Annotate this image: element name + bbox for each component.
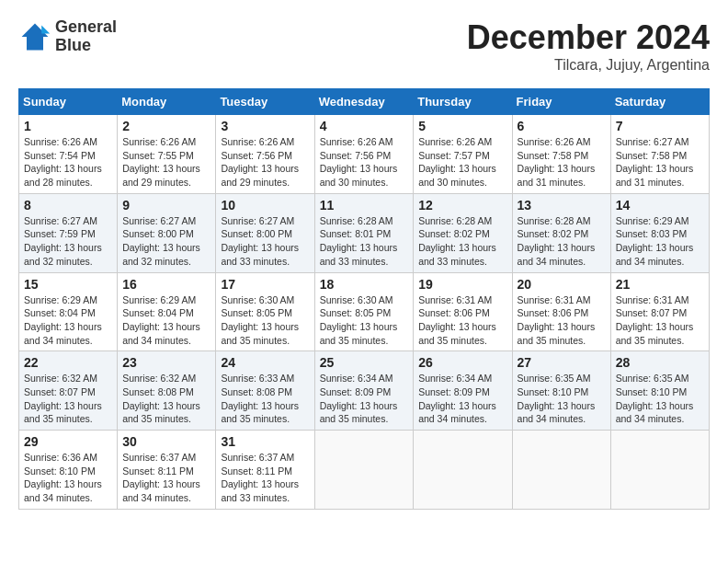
day-detail: Sunrise: 6:29 AM Sunset: 8:03 PM Dayligh… [616,214,704,269]
day-detail: Sunrise: 6:34 AM Sunset: 8:09 PM Dayligh… [418,372,506,426]
day-detail: Sunrise: 6:34 AM Sunset: 8:09 PM Dayligh… [320,372,409,426]
calendar-cell: 15Sunrise: 6:29 AM Sunset: 8:04 PM Dayli… [19,272,118,351]
day-number: 28 [616,355,704,370]
day-number: 2 [122,119,210,133]
calendar-cell: 12Sunrise: 6:28 AM Sunset: 8:02 PM Dayli… [414,193,512,272]
weekday-header-row: SundayMondayTuesdayWednesdayThursdayFrid… [19,89,710,115]
weekday-header-wednesday: Wednesday [314,89,414,115]
weekday-header-thursday: Thursday [414,89,512,115]
day-number: 22 [24,355,112,370]
day-detail: Sunrise: 6:35 AM Sunset: 8:10 PM Dayligh… [616,372,704,426]
day-number: 31 [221,434,309,449]
day-number: 25 [320,355,409,370]
day-number: 16 [122,277,210,292]
day-detail: Sunrise: 6:27 AM Sunset: 7:58 PM Dayligh… [616,135,704,190]
calendar-cell: 9Sunrise: 6:27 AM Sunset: 8:00 PM Daylig… [118,193,216,272]
calendar-cell: 23Sunrise: 6:32 AM Sunset: 8:08 PM Dayli… [118,351,216,431]
calendar-week-row: 15Sunrise: 6:29 AM Sunset: 8:04 PM Dayli… [19,272,710,351]
day-detail: Sunrise: 6:28 AM Sunset: 8:02 PM Dayligh… [518,214,606,269]
day-detail: Sunrise: 6:28 AM Sunset: 8:01 PM Dayligh… [320,214,409,269]
day-number: 24 [221,355,309,370]
day-number: 3 [221,119,309,133]
day-number: 11 [320,198,409,213]
calendar-cell: 29Sunrise: 6:36 AM Sunset: 8:10 PM Dayli… [19,431,118,510]
weekday-header-sunday: Sunday [19,89,118,115]
calendar-cell [414,431,512,510]
day-number: 7 [616,119,704,133]
day-number: 9 [122,198,210,213]
calendar-cell: 4Sunrise: 6:26 AM Sunset: 7:56 PM Daylig… [314,115,414,194]
calendar-cell: 25Sunrise: 6:34 AM Sunset: 8:09 PM Dayli… [314,351,414,431]
day-number: 12 [418,198,506,213]
day-detail: Sunrise: 6:27 AM Sunset: 7:59 PM Dayligh… [24,214,112,269]
calendar-cell: 28Sunrise: 6:35 AM Sunset: 8:10 PM Dayli… [610,351,709,431]
day-number: 21 [616,277,704,292]
calendar-cell: 30Sunrise: 6:37 AM Sunset: 8:11 PM Dayli… [118,431,216,510]
calendar-cell: 31Sunrise: 6:37 AM Sunset: 8:11 PM Dayli… [216,431,314,510]
day-number: 19 [418,277,506,292]
day-detail: Sunrise: 6:36 AM Sunset: 8:10 PM Dayligh… [24,451,112,505]
day-detail: Sunrise: 6:31 AM Sunset: 8:06 PM Dayligh… [418,293,506,348]
calendar-cell: 8Sunrise: 6:27 AM Sunset: 7:59 PM Daylig… [19,193,118,272]
day-number: 14 [616,198,704,213]
calendar-week-row: 29Sunrise: 6:36 AM Sunset: 8:10 PM Dayli… [19,431,710,510]
day-number: 17 [221,277,309,292]
day-number: 29 [24,434,112,449]
day-detail: Sunrise: 6:31 AM Sunset: 8:07 PM Dayligh… [616,293,704,348]
calendar-cell: 3Sunrise: 6:26 AM Sunset: 7:56 PM Daylig… [216,115,314,194]
calendar-cell: 18Sunrise: 6:30 AM Sunset: 8:05 PM Dayli… [314,272,414,351]
day-detail: Sunrise: 6:27 AM Sunset: 8:00 PM Dayligh… [122,214,210,269]
day-number: 27 [518,355,606,370]
weekday-header-friday: Friday [512,89,610,115]
svg-marker-1 [41,25,50,33]
month-year-title: December 2024 [467,18,710,57]
calendar-cell: 27Sunrise: 6:35 AM Sunset: 8:10 PM Dayli… [512,351,610,431]
day-detail: Sunrise: 6:26 AM Sunset: 7:56 PM Dayligh… [320,135,409,190]
day-number: 5 [418,119,506,133]
day-number: 13 [518,198,606,213]
calendar-cell: 2Sunrise: 6:26 AM Sunset: 7:55 PM Daylig… [118,115,216,194]
calendar-week-row: 22Sunrise: 6:32 AM Sunset: 8:07 PM Dayli… [19,351,710,431]
calendar-cell: 10Sunrise: 6:27 AM Sunset: 8:00 PM Dayli… [216,193,314,272]
day-number: 26 [418,355,506,370]
day-detail: Sunrise: 6:37 AM Sunset: 8:11 PM Dayligh… [221,451,309,505]
calendar-cell: 5Sunrise: 6:26 AM Sunset: 7:57 PM Daylig… [414,115,512,194]
calendar-cell [610,431,709,510]
title-block: December 2024 Tilcara, Jujuy, Argentina [467,18,710,74]
day-number: 10 [221,198,309,213]
calendar-cell: 17Sunrise: 6:30 AM Sunset: 8:05 PM Dayli… [216,272,314,351]
calendar-cell: 14Sunrise: 6:29 AM Sunset: 8:03 PM Dayli… [610,193,709,272]
page-header: General Blue December 2024 Tilcara, Juju… [18,18,710,74]
day-detail: Sunrise: 6:29 AM Sunset: 8:04 PM Dayligh… [24,293,112,348]
calendar-cell: 11Sunrise: 6:28 AM Sunset: 8:01 PM Dayli… [314,193,414,272]
day-detail: Sunrise: 6:30 AM Sunset: 8:05 PM Dayligh… [221,293,309,348]
logo-icon [18,20,51,53]
calendar-cell: 13Sunrise: 6:28 AM Sunset: 8:02 PM Dayli… [512,193,610,272]
logo: General Blue [18,18,117,55]
day-detail: Sunrise: 6:29 AM Sunset: 8:04 PM Dayligh… [122,293,210,348]
location-subtitle: Tilcara, Jujuy, Argentina [467,57,710,74]
weekday-header-saturday: Saturday [610,89,709,115]
day-detail: Sunrise: 6:26 AM Sunset: 7:54 PM Dayligh… [24,135,112,190]
calendar-cell: 26Sunrise: 6:34 AM Sunset: 8:09 PM Dayli… [414,351,512,431]
day-detail: Sunrise: 6:31 AM Sunset: 8:06 PM Dayligh… [518,293,606,348]
day-detail: Sunrise: 6:28 AM Sunset: 8:02 PM Dayligh… [418,214,506,269]
day-number: 6 [518,119,606,133]
day-number: 18 [320,277,409,292]
day-detail: Sunrise: 6:27 AM Sunset: 8:00 PM Dayligh… [221,214,309,269]
calendar-cell: 6Sunrise: 6:26 AM Sunset: 7:58 PM Daylig… [512,115,610,194]
day-detail: Sunrise: 6:32 AM Sunset: 8:08 PM Dayligh… [122,372,210,426]
calendar-cell: 19Sunrise: 6:31 AM Sunset: 8:06 PM Dayli… [414,272,512,351]
day-detail: Sunrise: 6:35 AM Sunset: 8:10 PM Dayligh… [518,372,606,426]
calendar-cell: 20Sunrise: 6:31 AM Sunset: 8:06 PM Dayli… [512,272,610,351]
day-detail: Sunrise: 6:26 AM Sunset: 7:57 PM Dayligh… [418,135,506,190]
calendar-table: SundayMondayTuesdayWednesdayThursdayFrid… [18,88,710,510]
day-detail: Sunrise: 6:32 AM Sunset: 8:07 PM Dayligh… [24,372,112,426]
day-number: 30 [122,434,210,449]
weekday-header-monday: Monday [118,89,216,115]
logo-text: General Blue [55,18,117,55]
day-number: 15 [24,277,112,292]
calendar-cell: 7Sunrise: 6:27 AM Sunset: 7:58 PM Daylig… [610,115,709,194]
day-detail: Sunrise: 6:26 AM Sunset: 7:58 PM Dayligh… [518,135,606,190]
day-number: 8 [24,198,112,213]
